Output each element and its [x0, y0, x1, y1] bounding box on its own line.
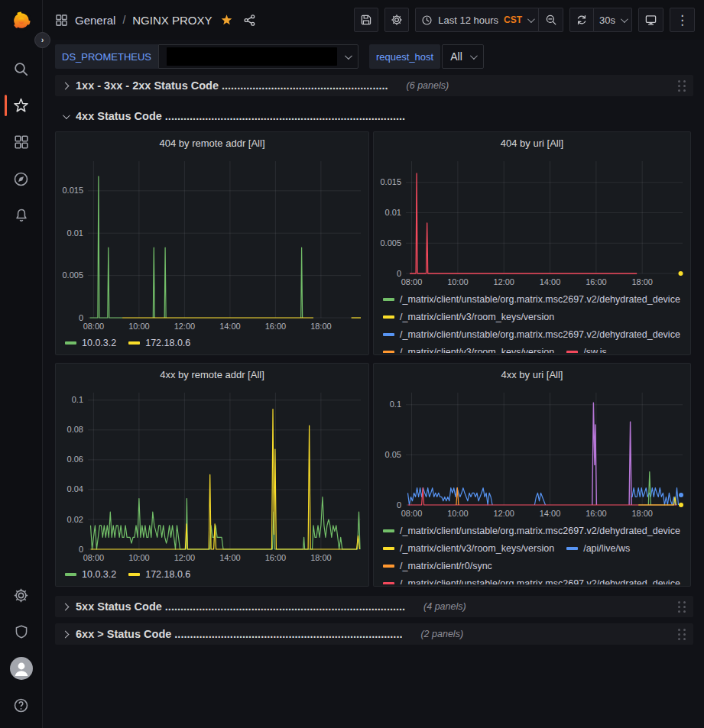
legend-label: /_matrix/client/unstable/org.matrix.msc2… — [400, 294, 680, 305]
legend-item[interactable]: /sw.js — [566, 345, 607, 353]
svg-text:0.005: 0.005 — [62, 270, 83, 280]
svg-text:0.01: 0.01 — [67, 228, 83, 238]
panel-title-bar[interactable]: 4xx by uri [All] — [374, 364, 690, 385]
legend-swatch — [566, 351, 578, 354]
row-drag-handle[interactable] — [678, 80, 686, 92]
legend-item[interactable]: 172.18.0.6 — [128, 338, 190, 348]
refresh-icon — [576, 14, 588, 26]
favorite-button[interactable] — [219, 12, 235, 28]
save-dashboard-button[interactable] — [354, 8, 378, 32]
time-picker-group: Last 12 hours CST — [415, 8, 563, 32]
svg-text:14:00: 14:00 — [540, 509, 561, 518]
svg-text:0: 0 — [397, 500, 401, 510]
search-icon — [13, 61, 29, 77]
timeseries-chart: 00.0050.010.01508:0010:0012:0014:0016:00… — [374, 154, 690, 289]
breadcrumb-section[interactable]: General — [75, 14, 115, 27]
sidebar-item-server-admin[interactable] — [0, 613, 42, 650]
share-button[interactable] — [242, 12, 258, 28]
sidebar-expand-button[interactable]: › — [34, 32, 50, 48]
row-1xx-3xx-2xx[interactable]: 1xx - 3xx - 2xx Status Code ............… — [55, 75, 693, 96]
sidebar-item-settings[interactable] — [0, 577, 42, 613]
legend-swatch — [383, 582, 394, 585]
svg-text:10:00: 10:00 — [128, 553, 150, 562]
request-host-value: All — [450, 50, 462, 63]
legend-item[interactable]: 10.0.3.2 — [65, 338, 116, 348]
sidebar-item-profile[interactable] — [0, 650, 42, 687]
legend-label: /_matrix/client/v3/room_keys/version — [400, 312, 554, 322]
chevron-right-icon — [62, 630, 70, 638]
gear-icon — [13, 587, 29, 603]
row-title: 4xx Status Code ........................… — [76, 110, 405, 122]
grafana-logo-icon[interactable] — [8, 8, 34, 34]
sidebar-item-search[interactable] — [0, 50, 42, 87]
legend-item[interactable]: 172.18.0.6 — [128, 569, 190, 580]
datasource-select[interactable] — [158, 44, 358, 69]
legend-label: /_matrix/client/v3/room_keys/version — [400, 347, 554, 354]
refresh-button[interactable] — [569, 8, 594, 32]
sidebar-item-help[interactable] — [0, 687, 42, 723]
panel-title-bar[interactable]: 404 by remote addr [All] — [56, 132, 368, 154]
legend-label: /_matrix/client/r0/sync — [400, 561, 492, 571]
timeseries-chart: 00.0050.010.01508:0010:0012:0014:0016:00… — [56, 154, 368, 333]
svg-text:18:00: 18:00 — [631, 277, 653, 286]
refresh-interval-label: 30s — [599, 15, 615, 26]
compass-icon — [13, 171, 29, 187]
sidebar-nav — [0, 50, 42, 234]
legend-item[interactable]: /_matrix/client/v3/room_keys/version — [383, 345, 554, 353]
zoom-out-button[interactable] — [539, 8, 563, 32]
panel-title-bar[interactable]: 404 by uri [All] — [374, 132, 690, 154]
legend-label: /sw.js — [583, 347, 607, 354]
svg-text:08:00: 08:00 — [83, 322, 105, 331]
svg-text:10:00: 10:00 — [447, 277, 469, 286]
sidebar-item-starred[interactable] — [0, 87, 42, 124]
row-6xx[interactable]: 6xx > Status Code ......................… — [55, 623, 693, 645]
panel-4xx-by-remote-addr: 4xx by remote addr [All] 00.020.040.060.… — [55, 363, 369, 587]
sidebar-item-dashboards[interactable] — [0, 124, 42, 160]
timezone-label: CST — [504, 15, 522, 25]
clock-icon — [421, 15, 433, 26]
legend-item[interactable]: /_matrix/client/unstable/org.matrix.msc2… — [383, 328, 680, 341]
time-range-button[interactable]: Last 12 hours CST — [415, 8, 539, 32]
sidebar-item-alerting[interactable] — [0, 197, 42, 234]
variables-submenu: DS_PROMETHEUS request_host All — [43, 40, 704, 73]
svg-text:0: 0 — [79, 313, 83, 322]
sidebar-bottom — [0, 577, 42, 723]
save-icon — [360, 14, 372, 26]
row-5xx[interactable]: 5xx Status Code ........................… — [55, 596, 693, 617]
sidebar-item-explore[interactable] — [0, 160, 42, 197]
chevron-right-icon — [62, 82, 70, 89]
legend-item[interactable]: /_matrix/client/unstable/org.matrix.msc2… — [383, 577, 680, 584]
svg-text:0.08: 0.08 — [67, 425, 83, 434]
legend-item[interactable]: /_matrix/client/v3/room_keys/version — [383, 310, 554, 323]
legend-item[interactable]: /_matrix/client/v3/room_keys/version — [383, 542, 554, 555]
breadcrumb-separator: / — [122, 14, 125, 26]
request-host-select[interactable]: All — [442, 44, 484, 69]
row-title: 5xx Status Code ........................… — [76, 600, 405, 613]
kebab-icon: ⋮ — [676, 12, 689, 28]
row-drag-handle[interactable] — [678, 629, 686, 640]
legend-item[interactable]: /api/live/ws — [566, 542, 630, 555]
row-panel-count: (4 panels) — [423, 601, 466, 612]
legend-item[interactable]: /_matrix/client/r0/sync — [383, 559, 492, 572]
legend-item[interactable]: /_matrix/client/unstable/org.matrix.msc2… — [383, 293, 680, 306]
svg-text:14:00: 14:00 — [540, 277, 561, 286]
legend-swatch — [383, 333, 394, 336]
legend-swatch — [128, 341, 140, 345]
panel-title-bar[interactable]: 4xx by remote addr [All] — [56, 364, 368, 385]
refresh-group: 30s — [569, 8, 632, 32]
dashboard-settings-button[interactable] — [384, 8, 409, 32]
svg-text:10:00: 10:00 — [447, 509, 469, 518]
svg-text:0.02: 0.02 — [67, 515, 83, 524]
legend-swatch — [383, 351, 394, 354]
legend-item[interactable]: /_matrix/client/unstable/org.matrix.msc2… — [383, 524, 680, 537]
star-icon — [13, 98, 29, 114]
row-4xx[interactable]: 4xx Status Code ........................… — [55, 105, 693, 127]
legend-label: 10.0.3.2 — [82, 569, 116, 580]
tv-mode-button[interactable] — [638, 8, 663, 32]
legend-item[interactable]: 10.0.3.2 — [65, 569, 116, 580]
sidebar — [0, 0, 43, 728]
legend-label: /_matrix/client/unstable/org.matrix.msc2… — [400, 526, 680, 536]
refresh-interval-button[interactable]: 30s — [594, 8, 632, 32]
kebab-menu-button[interactable]: ⋮ — [670, 8, 695, 32]
row-drag-handle[interactable] — [678, 601, 686, 613]
